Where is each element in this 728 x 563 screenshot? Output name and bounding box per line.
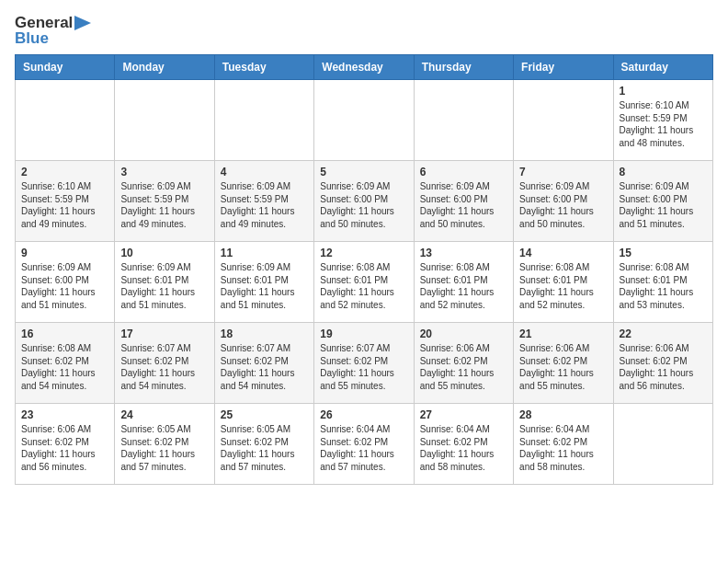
calendar-cell: 16Sunrise: 6:08 AM Sunset: 6:02 PM Dayli… bbox=[16, 323, 115, 404]
day-number: 14 bbox=[519, 247, 607, 259]
calendar-cell: 25Sunrise: 6:05 AM Sunset: 6:02 PM Dayli… bbox=[214, 404, 313, 485]
weekday-header-monday: Monday bbox=[115, 55, 214, 80]
calendar-cell: 24Sunrise: 6:05 AM Sunset: 6:02 PM Dayli… bbox=[115, 404, 214, 485]
calendar-cell bbox=[414, 80, 513, 161]
day-info: Sunrise: 6:06 AM Sunset: 6:02 PM Dayligh… bbox=[620, 342, 707, 392]
day-info: Sunrise: 6:07 AM Sunset: 6:02 PM Dayligh… bbox=[320, 342, 407, 392]
calendar-cell: 6Sunrise: 6:09 AM Sunset: 6:00 PM Daylig… bbox=[414, 161, 513, 242]
day-info: Sunrise: 6:08 AM Sunset: 6:02 PM Dayligh… bbox=[21, 342, 108, 392]
logo-triangle-icon bbox=[74, 16, 91, 30]
calendar-cell: 3Sunrise: 6:09 AM Sunset: 5:59 PM Daylig… bbox=[115, 161, 214, 242]
calendar-cell bbox=[214, 80, 313, 161]
weekday-header-sunday: Sunday bbox=[16, 55, 115, 80]
calendar-cell: 21Sunrise: 6:06 AM Sunset: 6:02 PM Dayli… bbox=[514, 323, 613, 404]
day-info: Sunrise: 6:08 AM Sunset: 6:01 PM Dayligh… bbox=[620, 261, 707, 311]
day-info: Sunrise: 6:09 AM Sunset: 6:00 PM Dayligh… bbox=[21, 261, 108, 311]
calendar-cell: 17Sunrise: 6:07 AM Sunset: 6:02 PM Dayli… bbox=[115, 323, 214, 404]
calendar-cell: 5Sunrise: 6:09 AM Sunset: 6:00 PM Daylig… bbox=[314, 161, 414, 242]
day-info: Sunrise: 6:09 AM Sunset: 6:00 PM Dayligh… bbox=[320, 180, 407, 230]
calendar-cell: 1Sunrise: 6:10 AM Sunset: 5:59 PM Daylig… bbox=[613, 80, 712, 161]
day-info: Sunrise: 6:06 AM Sunset: 6:02 PM Dayligh… bbox=[21, 423, 108, 473]
day-info: Sunrise: 6:05 AM Sunset: 6:02 PM Dayligh… bbox=[221, 423, 308, 473]
day-number: 20 bbox=[420, 327, 507, 340]
day-number: 24 bbox=[120, 408, 208, 421]
day-info: Sunrise: 6:06 AM Sunset: 6:02 PM Dayligh… bbox=[420, 342, 507, 392]
day-number: 27 bbox=[420, 408, 507, 421]
calendar-cell: 2Sunrise: 6:10 AM Sunset: 5:59 PM Daylig… bbox=[16, 161, 115, 242]
weekday-header-row: SundayMondayTuesdayWednesdayThursdayFrid… bbox=[16, 55, 713, 80]
calendar-cell: 13Sunrise: 6:08 AM Sunset: 6:01 PM Dayli… bbox=[414, 242, 513, 323]
day-number: 18 bbox=[221, 327, 308, 340]
calendar-week-5: 23Sunrise: 6:06 AM Sunset: 6:02 PM Dayli… bbox=[16, 404, 713, 485]
day-info: Sunrise: 6:08 AM Sunset: 6:01 PM Dayligh… bbox=[519, 261, 607, 311]
calendar-cell: 15Sunrise: 6:08 AM Sunset: 6:01 PM Dayli… bbox=[613, 242, 712, 323]
day-info: Sunrise: 6:06 AM Sunset: 6:02 PM Dayligh… bbox=[519, 342, 607, 392]
day-number: 1 bbox=[620, 85, 707, 98]
calendar-cell: 23Sunrise: 6:06 AM Sunset: 6:02 PM Dayli… bbox=[16, 404, 115, 485]
page-header: General Blue bbox=[15, 15, 713, 47]
weekday-header-thursday: Thursday bbox=[414, 55, 513, 80]
weekday-header-friday: Friday bbox=[514, 55, 613, 80]
day-number: 26 bbox=[320, 408, 407, 421]
weekday-header-wednesday: Wednesday bbox=[314, 55, 414, 80]
day-number: 7 bbox=[519, 166, 607, 178]
calendar-week-1: 1Sunrise: 6:10 AM Sunset: 5:59 PM Daylig… bbox=[16, 80, 713, 161]
day-info: Sunrise: 6:10 AM Sunset: 5:59 PM Dayligh… bbox=[21, 180, 108, 230]
day-info: Sunrise: 6:04 AM Sunset: 6:02 PM Dayligh… bbox=[420, 423, 507, 473]
day-info: Sunrise: 6:09 AM Sunset: 6:01 PM Dayligh… bbox=[221, 261, 308, 311]
calendar-cell: 22Sunrise: 6:06 AM Sunset: 6:02 PM Dayli… bbox=[613, 323, 712, 404]
calendar-cell: 8Sunrise: 6:09 AM Sunset: 6:00 PM Daylig… bbox=[613, 161, 712, 242]
day-number: 11 bbox=[221, 247, 308, 259]
day-number: 8 bbox=[620, 166, 707, 178]
day-info: Sunrise: 6:09 AM Sunset: 5:59 PM Dayligh… bbox=[120, 180, 208, 230]
calendar-week-2: 2Sunrise: 6:10 AM Sunset: 5:59 PM Daylig… bbox=[16, 161, 713, 242]
day-number: 22 bbox=[620, 327, 707, 340]
calendar-cell: 20Sunrise: 6:06 AM Sunset: 6:02 PM Dayli… bbox=[414, 323, 513, 404]
calendar-cell: 4Sunrise: 6:09 AM Sunset: 5:59 PM Daylig… bbox=[214, 161, 313, 242]
logo-blue: Blue bbox=[15, 30, 91, 48]
weekday-header-tuesday: Tuesday bbox=[214, 55, 313, 80]
day-info: Sunrise: 6:08 AM Sunset: 6:01 PM Dayligh… bbox=[320, 261, 407, 311]
day-number: 6 bbox=[420, 166, 507, 178]
calendar-week-3: 9Sunrise: 6:09 AM Sunset: 6:00 PM Daylig… bbox=[16, 242, 713, 323]
svg-marker-0 bbox=[74, 16, 91, 30]
day-number: 2 bbox=[21, 166, 108, 178]
day-number: 5 bbox=[320, 166, 407, 178]
calendar-week-4: 16Sunrise: 6:08 AM Sunset: 6:02 PM Dayli… bbox=[16, 323, 713, 404]
day-number: 21 bbox=[519, 327, 607, 340]
weekday-header-saturday: Saturday bbox=[613, 55, 712, 80]
day-info: Sunrise: 6:09 AM Sunset: 5:59 PM Dayligh… bbox=[221, 180, 308, 230]
calendar-cell bbox=[16, 80, 115, 161]
calendar-cell: 12Sunrise: 6:08 AM Sunset: 6:01 PM Dayli… bbox=[314, 242, 414, 323]
day-info: Sunrise: 6:07 AM Sunset: 6:02 PM Dayligh… bbox=[120, 342, 208, 392]
day-info: Sunrise: 6:04 AM Sunset: 6:02 PM Dayligh… bbox=[519, 423, 607, 473]
calendar-cell: 10Sunrise: 6:09 AM Sunset: 6:01 PM Dayli… bbox=[115, 242, 214, 323]
day-info: Sunrise: 6:09 AM Sunset: 6:00 PM Dayligh… bbox=[420, 180, 507, 230]
logo: General Blue bbox=[15, 15, 91, 47]
day-info: Sunrise: 6:09 AM Sunset: 6:00 PM Dayligh… bbox=[519, 180, 607, 230]
calendar-table: SundayMondayTuesdayWednesdayThursdayFrid… bbox=[15, 54, 713, 485]
day-info: Sunrise: 6:07 AM Sunset: 6:02 PM Dayligh… bbox=[221, 342, 308, 392]
day-info: Sunrise: 6:05 AM Sunset: 6:02 PM Dayligh… bbox=[120, 423, 208, 473]
calendar-cell bbox=[115, 80, 214, 161]
calendar-cell bbox=[613, 404, 712, 485]
day-number: 9 bbox=[21, 247, 108, 259]
calendar-cell bbox=[314, 80, 414, 161]
day-info: Sunrise: 6:08 AM Sunset: 6:01 PM Dayligh… bbox=[420, 261, 507, 311]
day-number: 28 bbox=[519, 408, 607, 421]
day-number: 16 bbox=[21, 327, 108, 340]
day-number: 15 bbox=[620, 247, 707, 259]
day-info: Sunrise: 6:04 AM Sunset: 6:02 PM Dayligh… bbox=[320, 423, 407, 473]
day-number: 12 bbox=[320, 247, 407, 259]
day-info: Sunrise: 6:10 AM Sunset: 5:59 PM Dayligh… bbox=[620, 99, 707, 149]
calendar-cell: 26Sunrise: 6:04 AM Sunset: 6:02 PM Dayli… bbox=[314, 404, 414, 485]
calendar-cell: 11Sunrise: 6:09 AM Sunset: 6:01 PM Dayli… bbox=[214, 242, 313, 323]
day-number: 4 bbox=[221, 166, 308, 178]
calendar-cell: 19Sunrise: 6:07 AM Sunset: 6:02 PM Dayli… bbox=[314, 323, 414, 404]
calendar-cell: 14Sunrise: 6:08 AM Sunset: 6:01 PM Dayli… bbox=[514, 242, 613, 323]
day-number: 3 bbox=[120, 166, 208, 178]
day-info: Sunrise: 6:09 AM Sunset: 6:00 PM Dayligh… bbox=[620, 180, 707, 230]
calendar-cell: 27Sunrise: 6:04 AM Sunset: 6:02 PM Dayli… bbox=[414, 404, 513, 485]
day-number: 19 bbox=[320, 327, 407, 340]
calendar-cell: 28Sunrise: 6:04 AM Sunset: 6:02 PM Dayli… bbox=[514, 404, 613, 485]
